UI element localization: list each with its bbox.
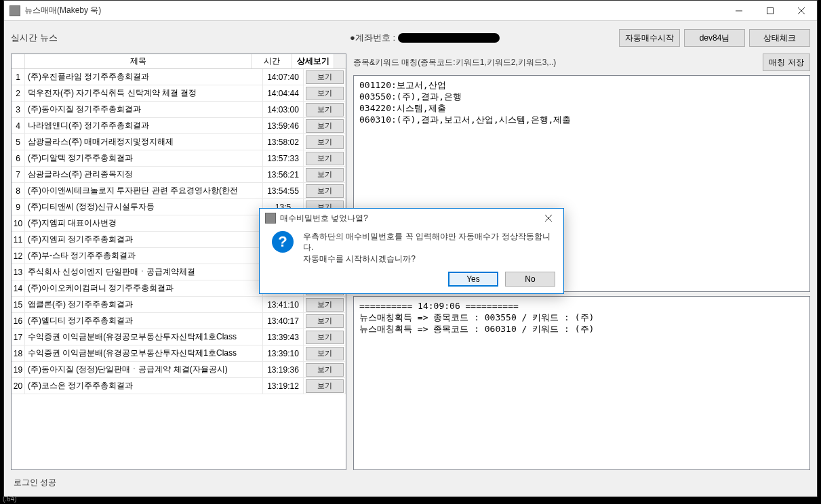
col-header-title[interactable]: 제목 xyxy=(25,54,252,68)
news-row-title: 수익증권 이익금분배(유경공모부동산투자신탁제1호Class xyxy=(25,345,263,361)
news-row[interactable]: 5삼광글라스(주) 매매거래정지및정지해제13:58:02보기 xyxy=(12,134,346,150)
view-detail-button[interactable]: 보기 xyxy=(306,363,344,377)
status-bar: 로그인 성공 xyxy=(11,476,810,490)
news-row[interactable]: 1(주)우진플라임 정기주주총회결과14:07:40보기 xyxy=(12,69,346,85)
log-textarea[interactable]: ========== 14:09:06 ========== 뉴스매칭획득 =>… xyxy=(353,296,810,470)
news-row-title: (주)동아지질 정기주주총회결과 xyxy=(25,102,263,117)
view-detail-button[interactable]: 보기 xyxy=(306,70,344,84)
news-row-idx: 11 xyxy=(12,232,25,247)
news-row-idx: 20 xyxy=(12,378,25,394)
news-row[interactable]: 20(주)코스온 정기주주총회결과13:19:12보기 xyxy=(12,378,346,394)
news-row-idx: 7 xyxy=(12,167,25,182)
news-row-idx: 19 xyxy=(12,362,25,377)
account-label: ●계좌번호 : xyxy=(350,32,395,44)
news-row-view-cell: 보기 xyxy=(304,297,346,312)
news-row[interactable]: 6(주)디알텍 정기주주총회결과13:57:33보기 xyxy=(12,150,346,167)
news-row-idx: 10 xyxy=(12,215,25,231)
news-row-time: 13:58:02 xyxy=(263,134,304,150)
news-row-title: (주)지엠피 대표이사변경 xyxy=(25,215,263,231)
news-row-view-cell: 보기 xyxy=(304,118,346,133)
top-row: 실시간 뉴스 ●계좌번호 : 자동매수시작 dev84님 상태체크 xyxy=(11,28,810,48)
news-row-time: 13:40:17 xyxy=(263,313,304,329)
titlebar: 뉴스매매(Makeby 욱) xyxy=(4,1,817,21)
news-row-idx: 17 xyxy=(12,329,25,345)
news-row-title: 앱클론(주) 정기주주총회결과 xyxy=(25,297,263,312)
account-number-masked xyxy=(398,33,500,43)
news-row-title: (주)디알텍 정기주주총회결과 xyxy=(25,150,263,166)
news-header-row: 제목 시간 상세보기 xyxy=(12,54,346,69)
news-row-view-cell: 보기 xyxy=(304,69,346,85)
col-header-view[interactable]: 상세보기 xyxy=(292,54,334,68)
news-row[interactable]: 16(주)엘디티 정기주주총회결과13:40:17보기 xyxy=(12,313,346,329)
news-row[interactable]: 7삼광글라스(주) 관리종목지정13:56:21보기 xyxy=(12,167,346,183)
news-row[interactable]: 17수익증권 이익금분배(유경공모부동산투자신탁제1호Class13:39:43… xyxy=(12,329,346,345)
news-row-title: (주)디티앤씨 (정정)신규시설투자등 xyxy=(25,199,263,215)
news-row-title: (주)지엠피 정기주주총회결과 xyxy=(25,232,263,247)
view-detail-button[interactable]: 보기 xyxy=(306,87,344,100)
news-row-time: 14:04:44 xyxy=(263,85,304,101)
view-detail-button[interactable]: 보기 xyxy=(306,119,344,133)
view-detail-button[interactable]: 보기 xyxy=(306,379,344,393)
news-row-title: 삼광글라스(주) 관리종목지정 xyxy=(25,167,263,182)
news-row[interactable]: 15앱클론(주) 정기주주총회결과13:41:10보기 xyxy=(12,297,346,313)
dialog-app-icon xyxy=(265,213,276,224)
confirm-dialog: 매수비밀번호 넣었나열? ? 우측하단의 매수비밀번호를 꼭 입력해야만 자동매… xyxy=(259,208,564,294)
bottom-edge-text: (.64) xyxy=(0,494,20,504)
dialog-no-button[interactable]: No xyxy=(505,272,555,287)
matching-label: 종목&키워드 매칭(종목코드:키워드1,키워드2,키워드3,..) xyxy=(353,57,757,68)
view-detail-button[interactable]: 보기 xyxy=(306,314,344,328)
news-row-view-cell: 보기 xyxy=(304,167,346,182)
news-row[interactable]: 19(주)동아지질 (정정)단일판매ㆍ공급계약 체결(자율공시)13:19:36… xyxy=(12,362,346,378)
news-row-time: 13:19:12 xyxy=(263,378,304,394)
dialog-close-button[interactable] xyxy=(535,209,562,228)
news-row[interactable]: 2덕우전자(주) 자기주식취득 신탁계약 체결 결정14:04:44보기 xyxy=(12,85,346,102)
news-row-title: (주)부-스타 정기주주총회결과 xyxy=(25,248,263,264)
news-row-title: (주)아이앤씨테크놀로지 투자판단 관련 주요경영사항(한전 xyxy=(25,183,263,198)
close-button[interactable] xyxy=(786,1,817,21)
auto-buy-start-button[interactable]: 자동매수시작 xyxy=(619,29,680,47)
view-detail-button[interactable]: 보기 xyxy=(306,152,344,165)
news-row-view-cell: 보기 xyxy=(304,150,346,166)
news-row-idx: 12 xyxy=(12,248,25,264)
view-detail-button[interactable]: 보기 xyxy=(306,298,344,312)
window-title: 뉴스매매(Makeby 욱) xyxy=(24,5,723,16)
news-row-title: (주)엘디티 정기주주총회결과 xyxy=(25,313,263,329)
view-detail-button[interactable]: 보기 xyxy=(306,331,344,344)
news-row-title: (주)아이오케이컴퍼니 정기주주총회결과 xyxy=(25,280,263,296)
news-row-idx: 13 xyxy=(12,264,25,280)
news-row[interactable]: 8(주)아이앤씨테크놀로지 투자판단 관련 주요경영사항(한전13:54:55보… xyxy=(12,183,346,199)
realtime-news-label: 실시간 뉴스 xyxy=(11,32,350,44)
news-row-title: 덕우전자(주) 자기주식취득 신탁계약 체결 결정 xyxy=(25,85,263,101)
save-matching-button[interactable]: 매칭 저장 xyxy=(763,54,810,71)
view-detail-button[interactable]: 보기 xyxy=(306,168,344,182)
username-button[interactable]: dev84님 xyxy=(684,29,745,47)
app-icon xyxy=(9,5,20,16)
news-row-view-cell: 보기 xyxy=(304,183,346,198)
col-header-scroll xyxy=(334,54,346,68)
news-row[interactable]: 18수익증권 이익금분배(유경공모부동산투자신탁제1호Class13:39:10… xyxy=(12,345,346,362)
col-header-time[interactable]: 시간 xyxy=(252,54,292,68)
news-row-time: 13:57:33 xyxy=(263,150,304,166)
view-detail-button[interactable]: 보기 xyxy=(306,103,344,117)
news-row-time: 13:59:46 xyxy=(263,118,304,133)
dialog-yes-button[interactable]: Yes xyxy=(448,272,498,287)
news-row-view-cell: 보기 xyxy=(304,345,346,361)
news-row-idx: 5 xyxy=(12,134,25,150)
view-detail-button[interactable]: 보기 xyxy=(306,347,344,360)
view-detail-button[interactable]: 보기 xyxy=(306,184,344,198)
news-row-title: (주)동아지질 (정정)단일판매ㆍ공급계약 체결(자율공시) xyxy=(25,362,263,377)
svg-rect-1 xyxy=(767,7,774,14)
news-row-idx: 3 xyxy=(12,102,25,117)
news-row[interactable]: 3(주)동아지질 정기주주총회결과14:03:00보기 xyxy=(12,102,346,118)
col-header-idx[interactable] xyxy=(12,54,25,68)
news-row-time: 13:54:55 xyxy=(263,183,304,198)
news-row-idx: 1 xyxy=(12,69,25,85)
news-row-view-cell: 보기 xyxy=(304,329,346,345)
news-row-time: 14:07:40 xyxy=(263,69,304,85)
view-detail-button[interactable]: 보기 xyxy=(306,135,344,149)
status-check-button[interactable]: 상태체크 xyxy=(749,29,810,47)
minimize-button[interactable] xyxy=(723,1,755,21)
news-row[interactable]: 4나라엠앤디(주) 정기주주총회결과13:59:46보기 xyxy=(12,118,346,134)
maximize-button[interactable] xyxy=(755,1,786,21)
news-row-idx: 8 xyxy=(12,183,25,198)
